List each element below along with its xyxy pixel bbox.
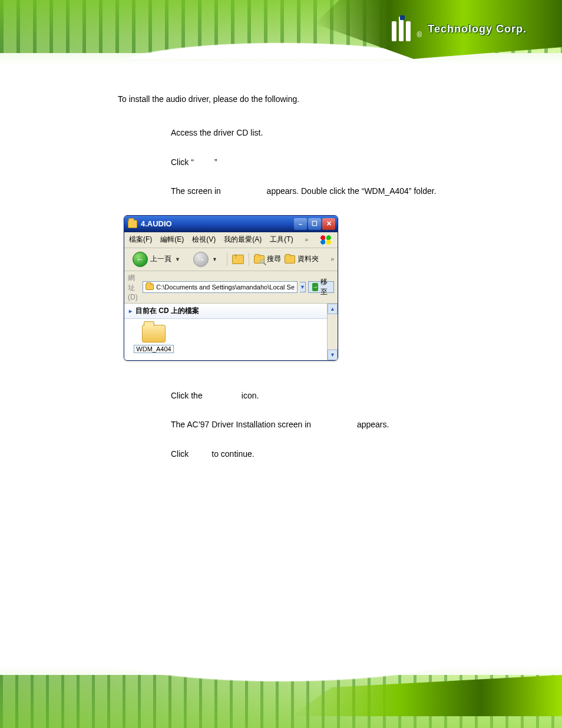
menu-edit[interactable]: 編輯(E) [160, 235, 184, 245]
window-title: 4.AUDIO [141, 219, 172, 228]
search-icon [254, 255, 265, 263]
close-button[interactable]: ✕ [322, 218, 335, 230]
intro-text: To install the audio driver, please do t… [118, 94, 533, 104]
step-2-blank [194, 157, 214, 167]
steps-list: Access the driver CD list. Click “ ” The… [171, 127, 533, 197]
menubar: 檔案(F) 編輯(E) 檢視(V) 我的最愛(A) 工具(T) » [124, 232, 338, 248]
folders-button[interactable]: 資料夾 [285, 254, 319, 264]
step-2-prefix: Click “ [171, 157, 194, 167]
step-1: Access the driver CD list. [171, 127, 533, 139]
toolbar-separator [249, 253, 249, 266]
forward-button[interactable]: → ▼ [189, 251, 222, 268]
folders-icon [285, 255, 295, 263]
step-4-blank [205, 391, 239, 400]
folders-label: 資料夾 [297, 254, 319, 264]
go-arrow-icon: → [312, 283, 318, 291]
file-pane: 目前在 CD 上的檔案 WDM_A404 ▲ ▼ [124, 304, 338, 360]
up-folder-button[interactable] [232, 253, 244, 265]
folder-item-wdm[interactable]: WDM_A404 [130, 325, 177, 353]
address-field[interactable]: C:\Documents and Settings\amandaho\Local… [143, 281, 297, 293]
menu-tools[interactable]: 工具(T) [270, 235, 293, 245]
search-label: 搜尋 [267, 254, 281, 264]
toolbar: ← 上一頁 ▼ → ▼ 搜尋 資料夾 » [124, 248, 338, 271]
maximize-button[interactable]: ☐ [308, 218, 321, 230]
back-label: 上一頁 [150, 254, 171, 264]
step-5-blank [313, 420, 355, 429]
address-label: 網址(D) [128, 273, 140, 301]
steps-list-2: Click the icon. The AC’97 Driver Install… [171, 390, 533, 460]
step-2-suffix: ” [214, 157, 217, 167]
file-area: WDM_A404 [124, 319, 327, 360]
pane-header: 目前在 CD 上的檔案 [124, 304, 327, 319]
step-2: Click “ ” [171, 157, 533, 169]
folder-label: WDM_A404 [134, 345, 173, 353]
step-5-suffix: appears. [355, 420, 389, 429]
logo-text: Technology Corp. [428, 23, 527, 35]
search-button[interactable]: 搜尋 [254, 254, 281, 264]
step-6-blank [191, 449, 209, 459]
step-6-prefix: Click [171, 449, 191, 459]
forward-arrow-icon: → [193, 252, 209, 267]
menu-overflow-icon[interactable]: » [305, 236, 308, 243]
logo-block: ® Technology Corp. [392, 17, 527, 41]
logo-iei-icon [392, 17, 411, 41]
back-arrow-icon: ← [133, 252, 148, 267]
page-content: To install the audio driver, please do t… [118, 94, 533, 478]
minimize-button[interactable]: – [294, 218, 307, 230]
address-bar: 網址(D) C:\Documents and Settings\amandaho… [124, 271, 338, 304]
dropdown-icon: ▼ [175, 256, 180, 262]
toolbar-separator [227, 253, 227, 266]
step-5: The AC’97 Driver Installation screen in … [171, 419, 533, 431]
titlebar: 4.AUDIO – ☐ ✕ [124, 216, 338, 232]
folder-icon [146, 284, 154, 290]
folder-icon [142, 325, 166, 342]
address-dropdown-icon[interactable]: ▼ [300, 282, 306, 292]
go-label: 移至 [320, 277, 330, 297]
dropdown-icon: ▼ [212, 256, 217, 262]
menu-view[interactable]: 檢視(V) [192, 235, 216, 245]
registered-mark: ® [416, 31, 422, 39]
step-4: Click the icon. [171, 390, 533, 402]
step-3-suffix: appears. Double click the “WDM_A404” fol… [265, 186, 437, 196]
step-6-suffix: to continue. [209, 449, 254, 459]
windows-flag-icon [319, 235, 333, 245]
scroll-down-icon[interactable]: ▼ [328, 350, 338, 360]
step-3-blank [223, 186, 265, 196]
scroll-up-icon[interactable]: ▲ [328, 304, 338, 314]
step-3-prefix: The screen in [171, 186, 223, 196]
go-button[interactable]: → 移至 [308, 281, 334, 293]
vertical-scrollbar[interactable]: ▲ ▼ [327, 304, 338, 360]
step-3: The screen in appears. Double click the … [171, 186, 533, 197]
window-buttons: – ☐ ✕ [294, 218, 335, 230]
explorer-window: 4.AUDIO – ☐ ✕ 檔案(F) 編輯(E) 檢視(V) 我的最愛(A) … [124, 215, 338, 361]
folder-icon [128, 220, 137, 228]
step-6: Click to continue. [171, 449, 533, 460]
back-button[interactable]: ← 上一頁 ▼ [128, 251, 185, 268]
toolbar-overflow-icon[interactable]: » [330, 256, 334, 262]
menu-file[interactable]: 檔案(F) [129, 235, 152, 245]
step-4-suffix: icon. [239, 391, 259, 400]
menu-favorites[interactable]: 我的最愛(A) [224, 235, 262, 245]
address-path: C:\Documents and Settings\amandaho\Local… [156, 284, 295, 291]
step-5-prefix: The AC’97 Driver Installation screen in [171, 420, 313, 429]
step-4-prefix: Click the [171, 391, 205, 400]
